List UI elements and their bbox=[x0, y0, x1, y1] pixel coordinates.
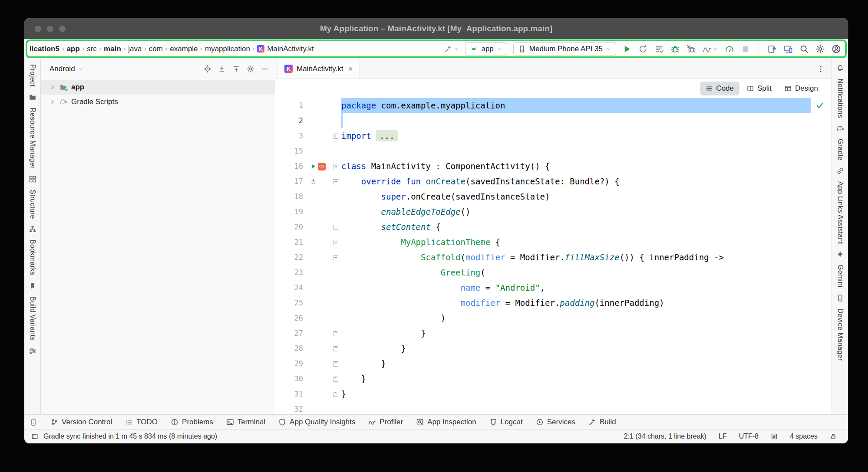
debug-button[interactable] bbox=[670, 44, 680, 54]
tool-window-button-services[interactable]: Services bbox=[536, 418, 575, 426]
build-actions-dropdown[interactable] bbox=[444, 45, 459, 53]
run-configuration-selector[interactable]: app bbox=[465, 42, 507, 56]
structure-icon[interactable] bbox=[29, 225, 36, 233]
close-window-button[interactable] bbox=[35, 26, 41, 32]
code-line-2[interactable]: 2 bbox=[275, 113, 832, 128]
code-line-28[interactable]: 28^ } bbox=[275, 341, 832, 356]
line-ending[interactable]: LF bbox=[719, 433, 727, 440]
editor-tab[interactable]: K MainActivity.kt × bbox=[277, 59, 360, 79]
account-button[interactable] bbox=[832, 44, 841, 54]
fold-marker[interactable]: + bbox=[333, 134, 338, 139]
project-tree-item-app[interactable]: app bbox=[41, 80, 275, 95]
code-line-32[interactable]: 32 bbox=[275, 402, 832, 414]
code-line-31[interactable]: 31^} bbox=[275, 387, 832, 402]
code-line-1[interactable]: 1package com.example.myapplication bbox=[275, 98, 832, 113]
project-tree-item-gradle-scripts[interactable]: Gradle Scripts bbox=[41, 95, 275, 109]
tab-options-icon[interactable] bbox=[817, 65, 825, 73]
status-widget-icon[interactable] bbox=[771, 433, 778, 440]
run-button[interactable] bbox=[622, 44, 632, 54]
collapse-all-icon[interactable] bbox=[232, 65, 240, 73]
device-selector[interactable]: Medium Phone API 35 bbox=[513, 42, 616, 56]
view-mode-design[interactable]: Design bbox=[779, 82, 824, 95]
code-line-25[interactable]: 25 modifier = Modifier.padding(innerPadd… bbox=[275, 295, 832, 311]
apply-changes-button[interactable] bbox=[638, 44, 648, 54]
code-line-22[interactable]: 22− Scaffold(modifier = Modifier.fillMax… bbox=[275, 250, 832, 265]
code-area[interactable]: 1package com.example.myapplication23+imp… bbox=[275, 98, 832, 414]
profiler-button[interactable] bbox=[703, 44, 718, 54]
close-tab-icon[interactable]: × bbox=[347, 64, 353, 74]
file-encoding[interactable]: UTF-8 bbox=[739, 433, 759, 440]
tool-window-button-project[interactable]: Project bbox=[29, 64, 36, 87]
fold-end-marker[interactable]: ^ bbox=[333, 377, 338, 382]
indent-setting[interactable]: 4 spaces bbox=[790, 433, 818, 440]
breadcrumb-item-myapplication[interactable]: myapplication bbox=[204, 45, 251, 53]
tool-window-button-device-manager[interactable]: Device Manager bbox=[836, 308, 844, 361]
tool-window-button-build[interactable]: Build bbox=[588, 418, 616, 426]
status-message[interactable]: Gradle sync finished in 1 m 45 s 834 ms … bbox=[43, 433, 217, 440]
project-view-selector[interactable]: Android bbox=[50, 65, 83, 73]
run-line-icon[interactable] bbox=[310, 163, 317, 170]
overriding-method-icon[interactable] bbox=[310, 178, 317, 185]
expand-chevron-icon[interactable] bbox=[50, 99, 56, 105]
code-line-16[interactable]: 16<>−class MainActivity : ComponentActiv… bbox=[275, 159, 832, 174]
code-line-20[interactable]: 20− setContent { bbox=[275, 220, 832, 235]
fold-marker[interactable]: − bbox=[333, 179, 338, 184]
fold-end-marker[interactable]: ^ bbox=[333, 392, 338, 397]
tool-window-button-gemini[interactable]: Gemini bbox=[836, 265, 844, 287]
breadcrumb-item-java[interactable]: java bbox=[127, 45, 142, 53]
apply-code-changes-button[interactable] bbox=[654, 44, 664, 54]
lock-icon[interactable] bbox=[830, 433, 837, 440]
tool-window-button-bookmarks[interactable]: Bookmarks bbox=[29, 239, 36, 275]
fold-end-marker[interactable]: ^ bbox=[333, 346, 338, 351]
stop-button[interactable] bbox=[741, 44, 750, 54]
fold-marker[interactable]: − bbox=[333, 225, 338, 230]
tool-window-button-app-inspection[interactable]: App Inspection bbox=[416, 418, 476, 426]
panel-settings-icon[interactable] bbox=[247, 65, 254, 73]
running-devices-button[interactable] bbox=[783, 44, 793, 54]
tool-window-button-problems[interactable]: Problems bbox=[171, 418, 213, 426]
tool-window-button-resource-manager[interactable]: Resource Manager bbox=[29, 108, 36, 169]
code-line-23[interactable]: 23 Greeting( bbox=[275, 265, 832, 280]
notifications-icon[interactable] bbox=[836, 64, 844, 72]
tool-window-button-notifications[interactable]: Notifications bbox=[836, 79, 844, 118]
locate-file-icon[interactable] bbox=[204, 65, 211, 73]
inspections-ok-icon[interactable] bbox=[815, 101, 825, 110]
device-mirroring-button[interactable] bbox=[767, 44, 777, 54]
tool-window-button-app-links-assistant[interactable]: App Links Assistant bbox=[836, 181, 844, 244]
gradle-icon[interactable] bbox=[836, 125, 844, 132]
bookmarks-icon[interactable] bbox=[29, 282, 36, 290]
breadcrumb-item-main[interactable]: main bbox=[103, 45, 122, 53]
code-line-24[interactable]: 24 name = "Android", bbox=[275, 280, 832, 295]
code-line-19[interactable]: 19 enableEdgeToEdge() bbox=[275, 204, 832, 220]
breadcrumb-item-app[interactable]: app bbox=[66, 45, 80, 53]
view-mode-code[interactable]: Code bbox=[700, 82, 739, 95]
gemini-icon[interactable] bbox=[836, 250, 844, 258]
build-variants-icon[interactable] bbox=[29, 347, 36, 355]
code-line-27[interactable]: 27^ } bbox=[275, 326, 832, 341]
attach-debugger-button[interactable] bbox=[686, 44, 696, 54]
tool-window-button-structure[interactable]: Structure bbox=[29, 190, 36, 219]
code-line-3[interactable]: 3+import ... bbox=[275, 128, 832, 144]
tool-window-layout-icon[interactable] bbox=[31, 433, 38, 440]
tool-window-button-app-quality-insights[interactable]: App Quality Insights bbox=[278, 418, 355, 426]
tool-window-button-profiler[interactable]: Profiler bbox=[368, 418, 403, 426]
device-manager-icon[interactable] bbox=[836, 294, 844, 302]
minimize-window-button[interactable] bbox=[47, 26, 53, 32]
tool-window-button-version-control[interactable]: Version Control bbox=[50, 418, 112, 426]
running-devices-icon[interactable] bbox=[30, 418, 37, 426]
profile-low-overhead-button[interactable] bbox=[725, 44, 734, 54]
view-mode-split[interactable]: Split bbox=[741, 82, 777, 95]
breadcrumb-item-mainactivity-kt[interactable]: KMainActivity.kt bbox=[256, 45, 314, 53]
expand-all-icon[interactable] bbox=[218, 65, 226, 73]
tool-window-button-terminal[interactable]: Terminal bbox=[226, 418, 265, 426]
fold-marker[interactable]: − bbox=[333, 164, 338, 169]
code-line-26[interactable]: 26 ) bbox=[275, 311, 832, 326]
fold-marker[interactable]: − bbox=[333, 255, 338, 260]
breadcrumb-item-com[interactable]: com bbox=[148, 45, 164, 53]
code-line-21[interactable]: 21− MyApplicationTheme { bbox=[275, 235, 832, 250]
fold-end-marker[interactable]: ^ bbox=[333, 361, 338, 367]
fold-marker[interactable]: − bbox=[333, 240, 338, 245]
code-line-15[interactable]: 15 bbox=[275, 144, 832, 159]
code-line-18[interactable]: 18 super.onCreate(savedInstanceState) bbox=[275, 189, 832, 204]
search-everywhere-button[interactable] bbox=[799, 44, 809, 54]
